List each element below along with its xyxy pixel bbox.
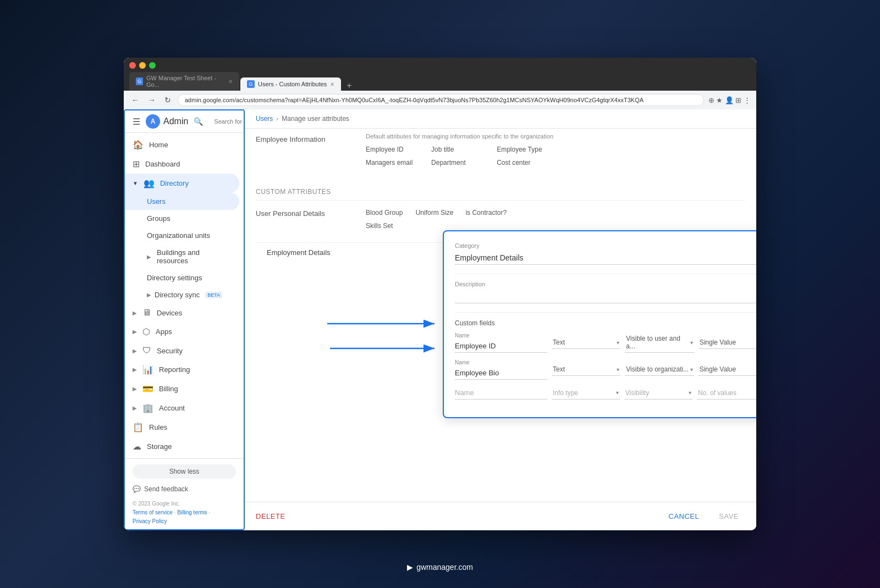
sidebar-item-directory[interactable]: ▼ 👥 Directory xyxy=(125,174,239,193)
sidebar-label-dir-sync: Directory sync xyxy=(155,291,200,299)
sidebar-item-dir-settings[interactable]: Directory settings xyxy=(125,269,239,286)
custom-attrs-header: Custom attributes xyxy=(256,181,745,200)
address-bar-row: ← → ↻ admin.google.com/ac/customschema?r… xyxy=(124,91,756,109)
employee-info-desc: Default attributes for managing informat… xyxy=(366,133,553,140)
sidebar-item-buildings[interactable]: ▶ Buildings and resources xyxy=(125,244,239,269)
address-bar[interactable]: admin.google.com/ac/customschema?rapt=AE… xyxy=(178,94,704,106)
send-feedback-button[interactable]: 💬 Send feedback xyxy=(133,483,236,495)
sidebar-item-dashboard[interactable]: ⊞ Dashboard xyxy=(125,154,239,174)
sidebar-item-reporting[interactable]: ▶ 📊 Reporting xyxy=(125,360,239,379)
chevron-right-icon-apps: ▶ xyxy=(133,329,137,335)
sidebar-label-directory: Directory xyxy=(160,179,189,187)
sidebar-item-users[interactable]: Users xyxy=(125,193,239,210)
home-icon: 🏠 xyxy=(133,140,144,150)
show-less-button[interactable]: Show less xyxy=(133,464,236,479)
modal-divider-1 xyxy=(455,274,756,274)
bottom-label: gwmanager.com xyxy=(416,563,473,572)
minimize-button[interactable] xyxy=(139,62,146,69)
new-field-values-text: No. of values xyxy=(698,389,756,397)
new-field-visibility-text: Visibility xyxy=(625,389,688,397)
admin-logo-text: Admin xyxy=(163,117,188,126)
modal-category-input[interactable] xyxy=(455,251,756,265)
tab-favicon-gw: G xyxy=(136,77,143,85)
attr-job-title: Job title xyxy=(431,144,488,155)
tab-close-custom[interactable]: ✕ xyxy=(330,81,334,87)
employee-attrs-grid: Employee ID Job title Employee Type Mana… xyxy=(366,144,553,168)
back-button[interactable]: ← xyxy=(129,95,141,106)
field2-name-input[interactable] xyxy=(455,367,547,380)
new-field-type-select[interactable]: Info type ▾ xyxy=(552,387,620,400)
dashboard-icon: ⊞ xyxy=(133,159,140,169)
sidebar-item-account[interactable]: ▶ 🏢 Account xyxy=(125,398,239,418)
sidebar-item-storage[interactable]: ☁ Storage xyxy=(125,437,239,456)
delete-button[interactable]: DELETE xyxy=(256,512,285,520)
sidebar-label-security: Security xyxy=(157,347,183,355)
privacy-link[interactable]: Privacy Policy xyxy=(133,518,167,524)
field2-visibility-text: Visible to organizati... xyxy=(626,365,689,373)
sidebar-label-rules: Rules xyxy=(149,423,167,431)
breadcrumb-current: Manage user attributes xyxy=(282,115,349,123)
terms-link[interactable]: Terms of service xyxy=(133,509,173,515)
sidebar-item-devices[interactable]: ▶ 🖥 Devices xyxy=(125,303,239,322)
tab-close-gw[interactable]: ✕ xyxy=(228,79,233,85)
sidebar: ☰ A Admin 🔍 🔔 👤 ? ⊞ GW xyxy=(124,109,245,530)
app-header: ☰ A Admin 🔍 🔔 👤 ? ⊞ GW xyxy=(125,110,244,133)
cancel-button[interactable]: CANCEL xyxy=(662,509,706,524)
tab-custom-attrs[interactable]: G Users - Custom Attributes ✕ xyxy=(240,77,341,91)
main-content: Users › Manage user attributes Employee … xyxy=(245,109,756,530)
close-button[interactable] xyxy=(129,62,136,69)
new-field-visibility-arrow: ▾ xyxy=(689,390,691,396)
maximize-button[interactable] xyxy=(149,62,156,69)
search-input[interactable] xyxy=(207,115,245,127)
forward-button[interactable]: → xyxy=(146,95,158,106)
sidebar-item-org-units[interactable]: Organizational units xyxy=(125,227,239,244)
sidebar-item-apps[interactable]: ▶ ⬡ Apps xyxy=(125,322,239,341)
modal-category-label: Category xyxy=(455,242,756,249)
attr-managers-email: Managers email xyxy=(366,157,422,168)
sidebar-item-dir-sync[interactable]: ▶ Directory sync BETA xyxy=(125,286,239,303)
field2-visibility-select[interactable]: Visible to organizati... ▾ xyxy=(625,363,694,376)
chevron-right-icon-billing: ▶ xyxy=(133,386,137,392)
new-field-values-select[interactable]: No. of values ▾ xyxy=(697,387,756,400)
breadcrumb-users[interactable]: Users xyxy=(256,115,273,123)
new-tab-button[interactable]: + xyxy=(342,81,356,91)
refresh-button[interactable]: ↻ xyxy=(162,95,173,106)
save-button[interactable]: SAVE xyxy=(712,509,745,524)
chevron-right-icon-account: ▶ xyxy=(133,405,137,411)
modal-box: Category Description Custom fields xyxy=(443,230,756,418)
chevron-right-icon-reporting: ▶ xyxy=(133,367,137,373)
employee-info-section: Employee Information Default attributes … xyxy=(256,129,745,173)
storage-icon: ☁ xyxy=(133,441,141,452)
sidebar-item-security[interactable]: ▶ 🛡 Security xyxy=(125,341,239,360)
field1-values-select[interactable]: Single Value ▾ xyxy=(698,336,756,349)
attr-skills-set: Skills Set xyxy=(366,220,407,231)
rules-icon: 📋 xyxy=(133,422,144,432)
attr-department: Department xyxy=(431,157,488,168)
billing-terms-link[interactable]: Billing terms xyxy=(177,509,207,515)
field1-name-input[interactable] xyxy=(455,340,547,353)
sidebar-item-home[interactable]: 🏠 Home xyxy=(125,135,239,154)
sidebar-item-billing[interactable]: ▶ 💳 Billing xyxy=(125,379,239,398)
new-field-type-text: Info type xyxy=(553,389,615,397)
modal-divider-2 xyxy=(455,312,756,313)
modal-container: Category Description Custom fields xyxy=(443,230,756,418)
send-feedback-label: Send feedback xyxy=(144,485,188,493)
field1-visibility-select[interactable]: Visible to user and a... ▾ xyxy=(625,332,694,353)
field1-type-select[interactable]: Text ▾ xyxy=(552,336,620,349)
admin-logo-icon: A xyxy=(146,114,160,129)
sidebar-item-rules[interactable]: 📋 Rules xyxy=(125,418,239,437)
field2-type-select[interactable]: Text ▾ xyxy=(552,363,620,376)
sidebar-label-account: Account xyxy=(159,404,185,412)
tab-gw-manager[interactable]: G GW Manager Test Sheet - Go... ✕ xyxy=(129,72,239,91)
modal-category-group: Category xyxy=(455,242,756,265)
sidebar-footer: Show less 💬 Send feedback © 2023 Google … xyxy=(125,458,244,530)
sidebar-label-apps: Apps xyxy=(156,328,172,336)
sidebar-label-storage: Storage xyxy=(147,442,172,451)
field2-values-select[interactable]: Single Value ▾ xyxy=(698,363,756,376)
modal-description-input[interactable] xyxy=(455,290,756,303)
hamburger-icon[interactable]: ☰ xyxy=(133,117,140,127)
new-field-name-input[interactable] xyxy=(455,386,547,400)
sidebar-item-groups[interactable]: Groups xyxy=(125,210,239,227)
new-field-visibility-select[interactable]: Visibility ▾ xyxy=(624,387,692,400)
sidebar-label-reporting: Reporting xyxy=(159,365,190,374)
